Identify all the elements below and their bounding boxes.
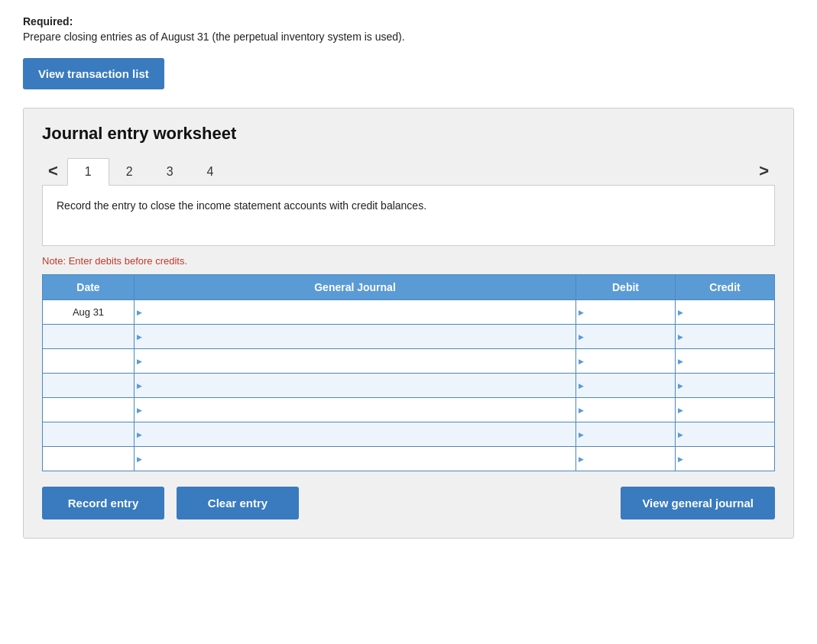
journal-cell[interactable] xyxy=(135,374,576,398)
debit-cell[interactable] xyxy=(576,374,676,398)
debit-input[interactable] xyxy=(576,398,675,422)
required-text: Prepare closing entries as of August 31 … xyxy=(23,31,794,43)
table-row xyxy=(43,398,775,422)
journal-input[interactable] xyxy=(135,325,575,348)
debit-input[interactable] xyxy=(576,447,675,471)
journal-cell[interactable] xyxy=(135,422,576,447)
record-entry-button[interactable]: Record entry xyxy=(42,487,164,519)
credit-input[interactable] xyxy=(676,325,774,348)
date-cell xyxy=(43,374,135,398)
journal-input[interactable] xyxy=(135,300,575,324)
credit-cell[interactable] xyxy=(676,349,775,374)
debit-input[interactable] xyxy=(576,349,675,373)
credit-input[interactable] xyxy=(676,398,774,422)
instruction-box: Record the entry to close the income sta… xyxy=(42,185,775,246)
view-transaction-button[interactable]: View transaction list xyxy=(23,58,164,89)
table-row xyxy=(43,325,775,349)
credit-cell[interactable] xyxy=(676,447,775,471)
debit-cell[interactable] xyxy=(576,447,676,471)
date-cell xyxy=(43,422,135,447)
view-general-journal-button[interactable]: View general journal xyxy=(621,487,775,519)
credit-input[interactable] xyxy=(676,422,774,446)
table-row xyxy=(43,374,775,398)
credit-cell[interactable] xyxy=(676,325,775,349)
date-cell xyxy=(43,447,135,471)
worksheet-title: Journal entry worksheet xyxy=(42,124,775,144)
journal-input[interactable] xyxy=(135,398,575,422)
journal-cell[interactable] xyxy=(135,447,576,471)
journal-cell[interactable] xyxy=(135,300,576,325)
col-header-journal: General Journal xyxy=(135,275,576,300)
prev-tab-arrow[interactable]: < xyxy=(42,160,64,183)
col-header-debit: Debit xyxy=(576,275,676,300)
date-cell xyxy=(43,349,135,374)
journal-cell[interactable] xyxy=(135,398,576,422)
date-cell xyxy=(43,325,135,349)
date-cell: Aug 31 xyxy=(43,300,135,325)
col-header-date: Date xyxy=(43,275,135,300)
tabs-row: < 1 2 3 4 > xyxy=(42,157,775,185)
journal-input[interactable] xyxy=(135,422,575,446)
debit-cell[interactable] xyxy=(576,422,676,447)
credit-input[interactable] xyxy=(676,300,774,324)
next-tab-arrow[interactable]: > xyxy=(753,160,775,183)
debit-cell[interactable] xyxy=(576,349,676,374)
debit-input[interactable] xyxy=(576,374,675,397)
table-row xyxy=(43,349,775,374)
clear-entry-button[interactable]: Clear entry xyxy=(177,487,299,519)
credit-cell[interactable] xyxy=(676,398,775,422)
tab-4[interactable]: 4 xyxy=(190,159,231,185)
credit-input[interactable] xyxy=(676,374,774,397)
credit-cell[interactable] xyxy=(676,422,775,447)
debit-input[interactable] xyxy=(576,325,675,348)
journal-table: Date General Journal Debit Credit Aug 31 xyxy=(42,274,775,471)
journal-cell[interactable] xyxy=(135,325,576,349)
note-text: Note: Enter debits before credits. xyxy=(42,255,775,267)
worksheet-container: Journal entry worksheet < 1 2 3 4 > Reco… xyxy=(23,108,794,539)
credit-input[interactable] xyxy=(676,447,774,471)
debit-cell[interactable] xyxy=(576,325,676,349)
tab-1[interactable]: 1 xyxy=(67,158,109,186)
debit-cell[interactable] xyxy=(576,300,676,325)
col-header-credit: Credit xyxy=(676,275,775,300)
tab-2[interactable]: 2 xyxy=(109,159,150,185)
debit-input[interactable] xyxy=(576,300,675,324)
credit-input[interactable] xyxy=(676,349,774,373)
journal-input[interactable] xyxy=(135,374,575,397)
tab-3[interactable]: 3 xyxy=(150,159,190,185)
debit-input[interactable] xyxy=(576,422,675,446)
tabs-list: 1 2 3 4 xyxy=(67,157,231,185)
journal-input[interactable] xyxy=(135,447,575,471)
required-label: Required: xyxy=(23,15,794,28)
credit-cell[interactable] xyxy=(676,300,775,325)
credit-cell[interactable] xyxy=(676,374,775,398)
bottom-buttons: Record entry Clear entry View general jo… xyxy=(42,487,775,519)
table-row xyxy=(43,447,775,471)
table-row: Aug 31 xyxy=(43,300,775,325)
journal-input[interactable] xyxy=(135,349,575,373)
debit-cell[interactable] xyxy=(576,398,676,422)
table-row xyxy=(43,422,775,447)
journal-cell[interactable] xyxy=(135,349,576,374)
date-cell xyxy=(43,398,135,422)
